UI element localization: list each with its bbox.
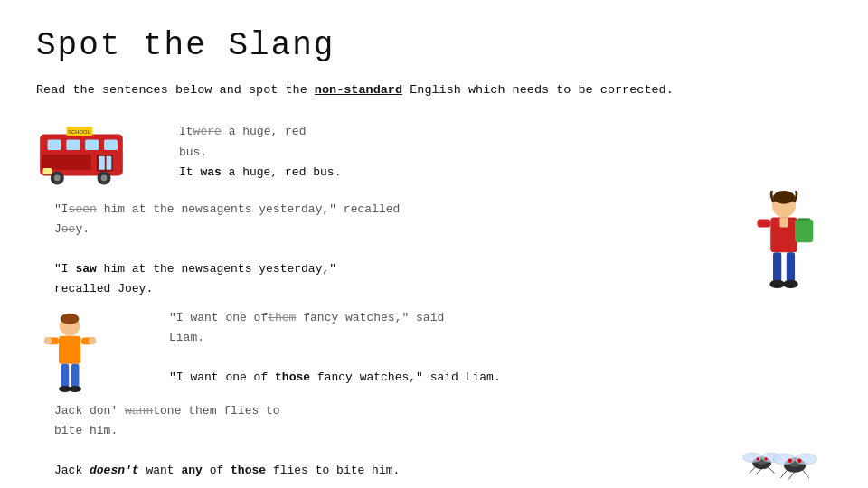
svg-point-26	[769, 279, 785, 287]
page: Spot the Slang Read the sentences below …	[0, 0, 868, 488]
bus-correct-line: It was a huge, red bus.	[179, 163, 341, 183]
page-title: Spot the Slang	[36, 27, 832, 64]
intro-text-start: Read the sentences below and spot the	[36, 83, 315, 97]
joey-correct-line: "I saw him at the newsagents yesterday,"…	[54, 259, 400, 299]
svg-point-13	[101, 174, 108, 181]
jack-correct-line: Jack doesn't want any of those flies to …	[54, 461, 400, 481]
jack-incorrect-line: Jack don' wanntone them flies tobite him…	[54, 401, 400, 441]
section-jack-wrapper: Jack don' wanntone them flies tobite him…	[36, 401, 832, 488]
svg-rect-30	[59, 336, 80, 364]
svg-point-17	[773, 191, 795, 204]
bold-word: non-standard	[315, 83, 402, 97]
bus-image: SCHOOL	[36, 121, 127, 189]
section-liam: "I want one ofthem fancy watches," saidL…	[169, 308, 501, 389]
svg-rect-25	[787, 252, 795, 282]
svg-rect-6	[99, 155, 105, 169]
svg-line-53	[788, 472, 795, 480]
intro-paragraph: Read the sentences below and spot the no…	[36, 80, 832, 100]
flies-image	[737, 436, 818, 488]
svg-line-43	[750, 467, 756, 474]
svg-point-47	[764, 458, 767, 461]
svg-rect-9	[43, 168, 52, 174]
svg-point-38	[69, 386, 81, 392]
section-bus: SCHOOL Itwere a huge, redbus. It was a h…	[36, 117, 832, 189]
content-area: SCHOOL Itwere a huge, redbus. It was a h…	[36, 117, 832, 488]
joey-text-block: "Iseen him at the newsagents yesterday,"…	[54, 200, 400, 299]
liam-correct-line: "I want one of those fancy watches," sai…	[169, 368, 501, 388]
svg-rect-7	[107, 155, 112, 169]
svg-rect-24	[773, 252, 781, 282]
svg-point-34	[89, 337, 97, 345]
svg-point-33	[44, 337, 52, 345]
svg-line-45	[769, 467, 775, 474]
svg-rect-20	[758, 219, 771, 227]
intro-text-end: English which needs to be corrected.	[402, 83, 674, 97]
svg-point-27	[783, 279, 798, 287]
bus-incorrect-line: Itwere a huge, redbus.	[179, 122, 341, 162]
svg-rect-2	[66, 139, 80, 150]
svg-point-11	[54, 174, 61, 181]
liam-text-block: "I want one ofthem fancy watches," saidL…	[169, 308, 501, 388]
svg-rect-36	[71, 364, 80, 388]
svg-point-50	[773, 454, 795, 465]
section-joey: "Iseen him at the newsagents yesterday,"…	[54, 200, 400, 299]
svg-point-51	[795, 454, 816, 465]
svg-line-52	[780, 471, 787, 479]
svg-rect-8	[42, 155, 91, 170]
svg-point-55	[788, 459, 792, 463]
liam-incorrect-line: "I want one ofthem fancy watches," saidL…	[169, 308, 501, 348]
svg-text:SCHOOL: SCHOOL	[68, 128, 90, 134]
svg-point-46	[757, 458, 760, 461]
svg-point-29	[61, 314, 80, 324]
joey-incorrect-line: "Iseen him at the newsagents yesterday,"…	[54, 200, 400, 239]
svg-line-54	[803, 471, 809, 479]
svg-rect-35	[61, 364, 70, 388]
svg-rect-3	[85, 139, 99, 150]
bus-text-block: Itwere a huge, redbus. It was a huge, re…	[179, 122, 341, 182]
section-joey-wrapper: "Iseen him at the newsagents yesterday,"…	[36, 200, 832, 308]
section-liam-wrapper: "I want one ofthem fancy watches," saidL…	[36, 308, 832, 398]
svg-point-56	[797, 459, 801, 463]
svg-rect-1	[48, 139, 61, 150]
svg-line-44	[756, 469, 762, 475]
section-jack: Jack don' wanntone them flies tobite him…	[54, 401, 400, 481]
svg-rect-19	[779, 217, 788, 227]
svg-rect-4	[104, 139, 118, 150]
boy-image	[36, 312, 104, 398]
svg-rect-22	[795, 219, 813, 242]
svg-point-41	[743, 454, 762, 463]
person-image	[746, 191, 823, 299]
jack-text-block: Jack don' wanntone them flies tobite him…	[54, 401, 400, 481]
